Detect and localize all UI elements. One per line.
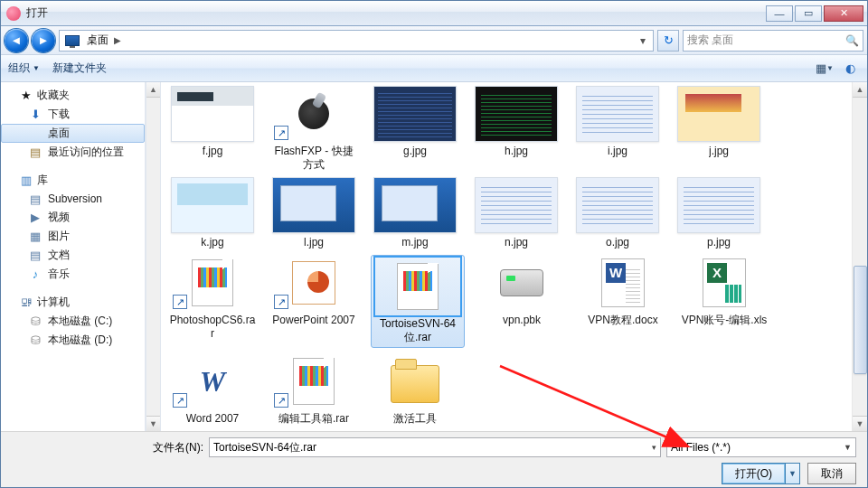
file-item[interactable]: j.jpg bbox=[675, 86, 763, 172]
address-bar[interactable]: 桌面 ▶ ▾ bbox=[59, 30, 654, 52]
search-input[interactable]: 搜索 桌面 🔍 bbox=[683, 30, 863, 52]
computer-icon: 🖳 bbox=[19, 296, 33, 310]
sidebar-item-downloads[interactable]: ⬇下载 bbox=[1, 105, 145, 124]
file-item[interactable]: VPN账号-编辑.xls bbox=[680, 255, 769, 348]
file-item[interactable]: g.jpg bbox=[371, 86, 459, 172]
file-item[interactable]: h.jpg bbox=[472, 86, 561, 172]
file-thumbnail: ↗ bbox=[272, 86, 355, 142]
file-item[interactable]: n.jpg bbox=[472, 177, 561, 249]
scroll-down-icon[interactable]: ▼ bbox=[146, 416, 160, 431]
shortcut-icon: ↗ bbox=[173, 393, 187, 408]
download-icon: ⬇ bbox=[28, 108, 42, 122]
file-item[interactable]: ↗PhotoshopCS6.rar bbox=[168, 255, 257, 348]
file-item[interactable]: W↗Word 2007 bbox=[168, 353, 257, 426]
open-dropdown[interactable]: ▼ bbox=[786, 463, 800, 484]
file-thumbnail bbox=[677, 177, 760, 233]
sidebar-item-recent[interactable]: ▤最近访问的位置 bbox=[1, 143, 145, 162]
shortcut-icon: ↗ bbox=[274, 295, 288, 309]
back-button[interactable]: ◄ bbox=[5, 29, 28, 52]
file-item[interactable]: ↗编辑工具箱.rar bbox=[269, 353, 358, 426]
file-item[interactable]: o.jpg bbox=[573, 177, 662, 249]
file-icon: ▤ bbox=[28, 192, 42, 206]
cancel-button[interactable]: 取消 bbox=[807, 463, 856, 484]
desktop-icon bbox=[65, 35, 80, 46]
shortcut-icon: ↗ bbox=[274, 126, 288, 140]
drive-icon: ⛁ bbox=[28, 314, 42, 329]
file-thumbnail bbox=[272, 177, 355, 233]
file-label: k.jpg bbox=[201, 236, 223, 249]
file-label: f.jpg bbox=[203, 145, 223, 158]
scroll-up-icon[interactable]: ▲ bbox=[853, 82, 867, 98]
sidebar-item-drive-c[interactable]: ⛁本地磁盘 (C:) bbox=[1, 312, 145, 331]
sidebar-item-documents[interactable]: ▤文档 bbox=[1, 246, 145, 265]
sidebar-item-music[interactable]: ♪音乐 bbox=[1, 265, 145, 284]
new-folder-button[interactable]: 新建文件夹 bbox=[52, 61, 107, 76]
file-label: VPN教程.docx bbox=[588, 314, 657, 327]
address-dropdown[interactable]: ▾ bbox=[635, 34, 651, 47]
file-thumbnail bbox=[475, 86, 558, 142]
file-label: 编辑工具箱.rar bbox=[278, 412, 349, 426]
file-thumbnail: W↗ bbox=[171, 353, 254, 409]
file-item[interactable]: VPN教程.docx bbox=[579, 255, 667, 348]
scrollbar-thumb[interactable] bbox=[854, 266, 867, 374]
file-thumbnail bbox=[373, 177, 457, 233]
libraries-header[interactable]: ▥库 bbox=[1, 171, 145, 190]
file-item[interactable]: f.jpg bbox=[168, 86, 257, 172]
file-item[interactable]: p.jpg bbox=[675, 177, 763, 249]
breadcrumb-item[interactable]: 桌面 bbox=[83, 33, 112, 48]
filename-input[interactable]: TortoiseSVN-64位.rar▾ bbox=[209, 437, 661, 457]
file-item[interactable]: ↗FlashFXP - 快捷方式 bbox=[269, 86, 358, 172]
file-thumbnail bbox=[373, 353, 457, 409]
maximize-button[interactable]: ▭ bbox=[795, 5, 822, 22]
file-thumbnail bbox=[581, 255, 665, 311]
file-item[interactable]: TortoiseSVN-64位.rar bbox=[371, 255, 465, 348]
toolbar: 组织▼ 新建文件夹 ▦ ▼ ◐ bbox=[1, 55, 867, 82]
window-title: 打开 bbox=[26, 5, 766, 21]
open-button[interactable]: 打开(O) bbox=[722, 463, 786, 484]
file-item[interactable]: vpn.pbk bbox=[477, 255, 566, 348]
file-thumbnail bbox=[475, 177, 558, 233]
file-item[interactable]: i.jpg bbox=[573, 86, 662, 172]
main-area: ★收藏夹 ⬇下载 桌面 ▤最近访问的位置 ▥库 ▤Subversion ▶视频 … bbox=[1, 82, 867, 431]
file-item[interactable]: 激活工具 bbox=[371, 353, 459, 426]
picture-icon: ▦ bbox=[28, 230, 42, 244]
bottom-panel: 文件名(N): TortoiseSVN-64位.rar▾ All Files (… bbox=[1, 431, 867, 488]
sidebar-item-desktop[interactable]: 桌面 bbox=[1, 124, 145, 143]
file-pane[interactable]: f.jpg↗FlashFXP - 快捷方式g.jpgh.jpgi.jpgj.jp… bbox=[161, 82, 852, 431]
file-label: vpn.pbk bbox=[503, 314, 541, 327]
file-thumbnail: ↗ bbox=[171, 255, 254, 311]
file-thumbnail bbox=[373, 86, 457, 142]
computer-header[interactable]: 🖳计算机 bbox=[1, 293, 145, 312]
library-icon: ▥ bbox=[19, 174, 33, 188]
sidebar-scrollbar[interactable]: ▲ ▼ bbox=[146, 82, 161, 431]
sidebar-item-drive-d[interactable]: ⛁本地磁盘 (D:) bbox=[1, 331, 145, 350]
scroll-up-icon[interactable]: ▲ bbox=[146, 82, 160, 98]
sidebar-item-videos[interactable]: ▶视频 bbox=[1, 208, 145, 227]
refresh-button[interactable]: ↻ bbox=[657, 30, 679, 52]
help-button[interactable]: ◐ bbox=[840, 60, 860, 78]
drive-icon: ⛁ bbox=[28, 333, 42, 348]
file-item[interactable]: l.jpg bbox=[269, 177, 358, 249]
minimize-button[interactable]: — bbox=[766, 5, 793, 22]
file-item[interactable]: m.jpg bbox=[371, 177, 459, 249]
view-options-button[interactable]: ▦ ▼ bbox=[815, 60, 835, 78]
shortcut-icon: ↗ bbox=[274, 393, 288, 408]
sidebar-favorites: ★收藏夹 ⬇下载 桌面 ▤最近访问的位置 bbox=[1, 86, 145, 162]
sidebar-item-pictures[interactable]: ▦图片 bbox=[1, 227, 145, 246]
file-item[interactable]: ↗PowerPoint 2007 bbox=[269, 255, 358, 348]
organize-button[interactable]: 组织▼ bbox=[8, 61, 40, 76]
forward-button[interactable]: ► bbox=[32, 29, 55, 52]
file-scrollbar[interactable]: ▲ ▼ bbox=[852, 82, 867, 431]
chevron-down-icon: ▼ bbox=[844, 443, 852, 452]
scroll-down-icon[interactable]: ▼ bbox=[853, 416, 867, 431]
file-thumbnail: ↗ bbox=[272, 353, 355, 409]
file-label: TortoiseSVN-64位.rar bbox=[374, 317, 461, 344]
sidebar-item-subversion[interactable]: ▤Subversion bbox=[1, 190, 145, 208]
file-item[interactable]: k.jpg bbox=[168, 177, 257, 249]
filetype-select[interactable]: All Files (*.*)▼ bbox=[666, 437, 856, 457]
file-label: j.jpg bbox=[709, 145, 729, 158]
favorites-header[interactable]: ★收藏夹 bbox=[1, 86, 145, 105]
file-label: n.jpg bbox=[505, 236, 528, 249]
chevron-right-icon[interactable]: ▶ bbox=[112, 35, 123, 45]
close-button[interactable]: ✕ bbox=[824, 5, 863, 22]
